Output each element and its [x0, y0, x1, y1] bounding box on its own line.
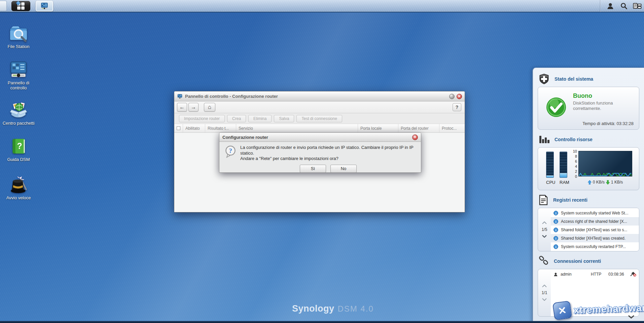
desktop-icon-dsm-guide[interactable]: ? Guida DSM: [0, 136, 37, 162]
close-icon[interactable]: ✕: [457, 94, 462, 99]
log-list: i System successfully started Web St... …: [551, 208, 639, 251]
recent-logs-card: 1/5 i System successfully started Web St…: [538, 208, 639, 251]
logs-page-indicator: 1/5: [542, 227, 547, 232]
file-station-icon: [9, 24, 28, 43]
log-entry[interactable]: i Shared folder [XHTest] was created.: [551, 234, 639, 242]
bar-chart-icon: [538, 134, 550, 145]
yes-button[interactable]: Sì: [300, 165, 326, 173]
taskbar-right: [600, 0, 644, 12]
column-header[interactable]: Porta del router: [398, 124, 439, 132]
log-entry[interactable]: i Access right of the shared folder [X..…: [551, 217, 639, 226]
desktop-icon-package-center[interactable]: Centro pacchetti: [0, 100, 37, 126]
watermark-text: xtremehardware.it: [573, 301, 644, 316]
brand-version: DSM 4.0: [338, 304, 374, 313]
close-icon[interactable]: ✕: [412, 134, 418, 140]
main-menu-button[interactable]: [11, 1, 30, 11]
minimize-button[interactable]: [449, 94, 455, 99]
taskbar-app-control-panel[interactable]: [36, 1, 53, 11]
recent-logs-header: Registri recenti: [538, 194, 639, 206]
network-graph-axis: 10 8 6 4 2 0: [570, 150, 577, 178]
chevron-up-icon[interactable]: [542, 221, 547, 224]
ram-meter: [560, 152, 567, 178]
status-ok-icon: [545, 96, 567, 118]
user-menu-button[interactable]: [604, 0, 617, 12]
user-icon: [607, 2, 614, 10]
status-value: Buono: [573, 92, 629, 99]
xtremehardware-watermark: ✕ xtremehardware.it: [553, 298, 644, 319]
dsm-desktop: File Station Pannello di controllo: [0, 0, 644, 323]
log-entry[interactable]: i System successfully started Web St...: [551, 209, 639, 217]
desktop-icon-control-panel[interactable]: Pannello di controllo: [0, 60, 37, 91]
upload-rate: 0 KB/s: [593, 180, 605, 185]
window-titlebar[interactable]: Pannello di controllo - Configurazione r…: [174, 91, 465, 102]
chevron-down-icon[interactable]: [542, 235, 547, 238]
column-header[interactable]: Risultato t...: [205, 124, 236, 132]
synology-branding: SynologyDSM 4.0: [292, 304, 374, 314]
create-button[interactable]: Crea: [227, 115, 246, 122]
connection-test-button[interactable]: Test di connessione: [296, 115, 342, 122]
back-button[interactable]: ←: [177, 103, 187, 112]
ram-label: RAM: [560, 180, 567, 185]
log-entry[interactable]: i Shared folder [XHTest] was set to s...: [551, 226, 639, 234]
svg-text:i: i: [556, 228, 557, 232]
column-header[interactable]: Porta locale: [358, 124, 398, 132]
dialog-titlebar[interactable]: Configurazione router ✕: [219, 133, 421, 142]
desktop-icon-label: Pannello di controllo: [0, 81, 37, 91]
desktop-icon-quick-start[interactable]: Avvio veloce: [0, 175, 37, 201]
resource-monitor-card[interactable]: CPU RAM 10 8 6 4 2 0 0 KB/s 1 KB/s: [538, 147, 639, 190]
chevron-down-icon[interactable]: [542, 298, 547, 301]
select-all-checkbox[interactable]: [174, 124, 183, 132]
desktop-icon-file-station[interactable]: File Station: [0, 24, 37, 49]
info-icon: i: [553, 219, 558, 224]
system-status-card: Buono DiskStation funziona correttamente…: [538, 87, 639, 130]
svg-text:i: i: [556, 220, 557, 223]
forward-button[interactable]: →: [188, 103, 199, 112]
log-entry[interactable]: i System successfully restarted FTP...: [551, 242, 639, 251]
show-desktop-button[interactable]: [0, 1, 7, 11]
column-header[interactable]: Protoc...: [439, 124, 465, 132]
info-icon: i: [553, 228, 558, 232]
desktop-icon-label: Guida DSM: [0, 157, 37, 162]
download-arrow-icon: [606, 180, 610, 185]
chevron-up-icon[interactable]: [542, 285, 547, 287]
home-button[interactable]: ⌂: [204, 103, 215, 112]
control-panel-icon: [39, 2, 49, 10]
delete-button[interactable]: Elimina: [248, 115, 272, 122]
column-header[interactable]: Servizio: [236, 124, 358, 132]
svg-text:i: i: [556, 211, 557, 215]
network-legend: 0 KB/s 1 KB/s: [575, 180, 636, 185]
connection-user: admin: [561, 272, 589, 277]
connection-protocol: HTTP: [591, 272, 606, 277]
widget-panel: Stato del sistema Buono DiskStation funz…: [532, 68, 644, 323]
no-button[interactable]: No: [330, 165, 357, 173]
column-header[interactable]: Abilitato: [183, 124, 205, 132]
dialog-question: Andare a "Rete" per cambiare le impostaz…: [240, 156, 416, 162]
logs-pager: 1/5: [538, 208, 551, 251]
control-panel-icon: [9, 60, 28, 79]
svg-text:i: i: [556, 237, 557, 240]
disconnect-icon[interactable]: [630, 272, 636, 277]
router-setup-button[interactable]: Impostazione router: [179, 115, 225, 122]
svg-text:?: ?: [229, 147, 232, 154]
brand-name: Synology: [292, 304, 334, 314]
section-title: Stato del sistema: [554, 76, 593, 82]
connection-row[interactable]: admin HTTP 03:08:36: [551, 270, 639, 279]
svg-text:?: ?: [17, 142, 22, 151]
network-graph-lines: [578, 151, 632, 176]
help-button[interactable]: ?: [453, 103, 461, 111]
info-icon: i: [553, 244, 558, 249]
resource-monitor-header: Controllo risorse: [538, 134, 639, 145]
chain-link-icon: [538, 256, 549, 267]
table-header: Abilitato Risultato t... Servizio Porta …: [174, 124, 465, 133]
search-button[interactable]: [617, 0, 631, 12]
main-menu-icon: [17, 2, 25, 10]
control-panel-icon: [177, 94, 183, 99]
taskbar-divider: [600, 0, 600, 12]
info-icon: i: [553, 236, 558, 241]
dialog-message: La configurazione di router e invio port…: [240, 145, 416, 156]
upload-arrow-icon: [588, 180, 592, 185]
pilot-view-button[interactable]: [631, 0, 644, 12]
current-connections-header: Connessioni correnti: [538, 255, 639, 267]
save-button[interactable]: Salva: [274, 115, 294, 122]
cpu-label: CPU: [546, 180, 554, 185]
